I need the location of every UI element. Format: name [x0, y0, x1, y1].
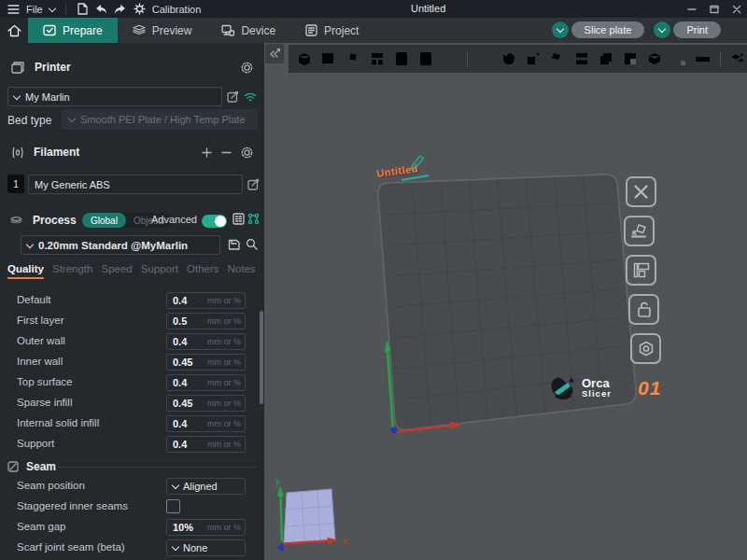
advanced-label: Advanced	[151, 214, 197, 225]
tab-prepare[interactable]: Prepare	[28, 18, 118, 43]
printer-section-title: Printer	[35, 61, 71, 74]
edit-printer-icon[interactable]	[227, 91, 239, 103]
title-bar: File Calibration Untitled	[0, 0, 747, 18]
viewport-3d[interactable]: y x Untitled Orca Slicer 01	[264, 43, 747, 560]
tab-strength[interactable]: Strength	[52, 263, 92, 279]
tab-label: Prepare	[63, 24, 103, 37]
arrange-plate-button[interactable]	[626, 255, 656, 286]
param-input-first-layer[interactable]: 0.5mm or %	[166, 313, 246, 329]
printer-icon	[11, 62, 25, 74]
seam-gap-input[interactable]: 10%mm or %	[166, 519, 246, 536]
tab-project[interactable]: Project	[290, 18, 374, 43]
device-icon	[221, 24, 234, 36]
remove-filament-icon[interactable]	[221, 147, 232, 158]
orcaslicer-window: File Calibration Untitled Prepare Previe…	[0, 0, 747, 560]
filament-preset-value: My Generic ABS	[35, 179, 110, 190]
param-input-internal-solid-infill[interactable]: 0.4mm or %	[166, 415, 246, 432]
home-button[interactable]	[0, 18, 28, 43]
section-divider	[58, 467, 256, 468]
staggered-seams-label: Staggered inner seams	[17, 500, 128, 511]
tab-device[interactable]: Device	[206, 18, 290, 43]
tab-notes[interactable]: Notes	[228, 263, 256, 279]
filament-section-title: Filament	[34, 146, 79, 159]
print-button[interactable]: Print	[673, 21, 721, 38]
slice-options-chevron[interactable]	[552, 21, 569, 38]
orcaslicer-logo: Orca Slicer	[549, 374, 612, 402]
plate-number: 01	[638, 377, 661, 399]
param-input-top-surface[interactable]: 0.4mm or %	[166, 374, 246, 391]
param-tab-bar: Quality Strength Speed Support Others No…	[7, 263, 256, 279]
sidebar-panel: Printer My Marlin Bed type Smooth PEI Pl…	[0, 43, 264, 560]
search-icon[interactable]	[246, 238, 258, 250]
rename-plate-pencil-icon[interactable]	[405, 152, 427, 170]
tab-preview[interactable]: Preview	[118, 18, 207, 43]
printer-settings-gear-icon[interactable]	[241, 62, 253, 74]
scope-global-pill[interactable]: Global	[82, 213, 126, 228]
slice-plate-split-button: Slice plate	[552, 21, 645, 38]
process-layers-icon	[9, 215, 23, 226]
seam-icon	[7, 461, 19, 472]
titlebar-divider	[65, 4, 66, 15]
x-axis-label: x	[343, 536, 347, 546]
maximize-button[interactable]	[710, 5, 719, 14]
param-input-sparse-infill[interactable]: 0.45mm or %	[166, 395, 246, 412]
parameter-flow-icon[interactable]	[247, 213, 260, 225]
filament-section-header: Filament	[0, 141, 264, 163]
advanced-toggle[interactable]	[202, 215, 227, 228]
add-filament-icon[interactable]	[202, 147, 212, 158]
printer-preset-select[interactable]: My Marlin	[7, 87, 222, 106]
undo-icon[interactable]	[94, 4, 107, 15]
tab-label: Preview	[152, 24, 192, 37]
filament-preset-select[interactable]: My Generic ABS	[28, 175, 243, 194]
print-split-button: Print	[654, 21, 721, 38]
origin-marker	[391, 427, 398, 434]
tab-support[interactable]: Support	[141, 263, 178, 279]
param-input-default[interactable]: 0.4mm or %	[166, 292, 246, 309]
process-preset-select[interactable]: 0.20mm Standard @MyMarlin	[21, 235, 220, 255]
param-input-support[interactable]: 0.4mm or %	[166, 436, 246, 453]
staggered-seams-checkbox[interactable]	[166, 499, 180, 513]
filament-settings-gear-icon[interactable]	[241, 147, 253, 159]
auto-orient-plate-button[interactable]	[624, 216, 655, 246]
chevron-down-icon	[68, 115, 76, 122]
param-input-inner-wall[interactable]: 0.45mm or %	[166, 354, 246, 371]
sidebar-scrollbar[interactable]	[260, 311, 263, 404]
process-section-title: Process	[33, 214, 77, 227]
slice-plate-button[interactable]: Slice plate	[571, 21, 645, 38]
build-plate-canvas[interactable]: y x	[264, 43, 747, 560]
window-title: Untitled	[411, 3, 445, 14]
printer-section-header: Printer	[0, 56, 264, 78]
printer-preset-value: My Marlin	[25, 91, 70, 103]
scarf-joint-seam-select[interactable]: None	[166, 539, 246, 556]
tab-others[interactable]: Others	[187, 263, 219, 279]
calibration-menu[interactable]: Calibration	[152, 4, 202, 15]
print-options-chevron[interactable]	[654, 21, 670, 38]
lock-plate-button[interactable]	[628, 294, 659, 325]
filament-index-badge: 1	[7, 175, 24, 193]
parameter-list-icon[interactable]	[233, 213, 245, 225]
hamburger-menu-icon[interactable]	[7, 5, 20, 14]
edit-filament-icon[interactable]	[247, 178, 260, 190]
seam-section-title: Seam	[26, 460, 56, 473]
minimize-button[interactable]	[687, 5, 697, 14]
tab-speed[interactable]: Speed	[101, 263, 132, 279]
save-icon[interactable]	[77, 3, 88, 15]
wifi-connection-icon[interactable]	[244, 91, 257, 102]
redo-icon[interactable]	[114, 4, 127, 15]
param-input-outer-wall[interactable]: 0.4mm or %	[166, 333, 246, 350]
tab-label: Device	[241, 24, 275, 37]
plate-settings-button[interactable]	[630, 333, 661, 364]
tab-quality[interactable]: Quality	[7, 263, 44, 279]
seam-position-label: Seam position	[17, 480, 85, 491]
file-menu-chevron-icon[interactable]	[48, 4, 55, 11]
prepare-icon	[43, 24, 56, 36]
close-button[interactable]	[732, 5, 741, 14]
bed-type-select[interactable]: Smooth PEI Plate / High Temp Plate	[62, 109, 258, 130]
calibration-gear-icon[interactable]	[134, 3, 146, 15]
file-menu[interactable]: File	[26, 4, 43, 15]
seam-position-select[interactable]: Aligned	[166, 478, 246, 495]
scarf-joint-seam-label: Scarf joint seam (beta)	[17, 541, 125, 553]
logo-text-slicer: Slicer	[582, 389, 612, 399]
delete-all-button[interactable]	[626, 176, 656, 207]
save-preset-icon[interactable]	[228, 238, 240, 250]
